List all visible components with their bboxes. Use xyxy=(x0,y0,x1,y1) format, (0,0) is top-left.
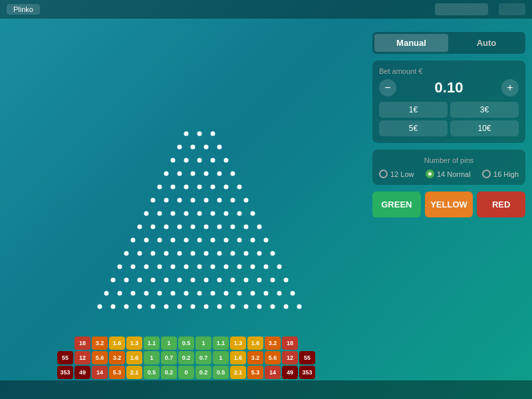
svg-point-67 xyxy=(178,251,182,256)
mult-cell: 1 xyxy=(161,336,177,350)
multiplier-section: 183.21.61.31.110.511.11.31.63.218 55125.… xyxy=(33,336,339,380)
board-area: 183.21.61.31.110.511.11.31.63.218 55125.… xyxy=(7,25,366,380)
svg-point-118 xyxy=(111,305,116,309)
main: 183.21.61.31.110.511.11.31.63.218 55125.… xyxy=(0,19,532,380)
svg-point-43 xyxy=(151,225,156,229)
pins-label: Number of pins xyxy=(379,156,519,164)
tab-manual[interactable]: Manual xyxy=(374,34,448,52)
mult-cell: 2.1 xyxy=(230,366,246,379)
svg-point-50 xyxy=(244,225,249,229)
svg-point-72 xyxy=(244,251,249,256)
svg-point-99 xyxy=(257,278,262,283)
pin-radio-16high xyxy=(482,170,491,178)
svg-point-95 xyxy=(204,278,209,283)
svg-point-17 xyxy=(231,172,235,176)
mult-cell: 18 xyxy=(282,336,298,350)
bet-increase-button[interactable]: + xyxy=(501,79,519,96)
svg-point-115 xyxy=(277,291,282,296)
svg-point-46 xyxy=(191,225,196,229)
mult-cell: 1.6 xyxy=(230,351,246,364)
svg-point-47 xyxy=(204,225,209,229)
quick-bets: 1€ 3€ 5€ 10€ xyxy=(379,102,519,136)
svg-point-32 xyxy=(244,198,249,203)
svg-point-108 xyxy=(184,291,189,296)
bottombar xyxy=(0,380,532,399)
svg-point-20 xyxy=(184,185,189,190)
mult-cell: 1.6 xyxy=(126,351,142,364)
quick-bet-3[interactable]: 5€ xyxy=(379,120,448,136)
svg-point-51 xyxy=(257,225,262,229)
svg-point-107 xyxy=(171,291,176,296)
mult-cell: 5.6 xyxy=(265,351,281,364)
tab-auto[interactable]: Auto xyxy=(450,34,523,52)
svg-point-98 xyxy=(244,278,249,283)
svg-point-23 xyxy=(224,185,229,190)
svg-point-26 xyxy=(164,198,169,203)
svg-point-49 xyxy=(231,225,235,229)
risk-buttons: GREEN YELLOW RED xyxy=(372,192,525,217)
mult-cell: 12 xyxy=(282,351,298,364)
pin-option-12low[interactable]: 12 Low xyxy=(379,170,414,178)
mult-cell: 14 xyxy=(92,366,108,379)
mult-cell: 0 xyxy=(178,366,194,379)
svg-point-123 xyxy=(178,305,182,309)
mode-tabs: Manual Auto xyxy=(372,32,525,54)
svg-point-60 xyxy=(237,238,242,243)
bet-decrease-button[interactable]: − xyxy=(379,79,396,96)
svg-point-128 xyxy=(244,305,249,309)
svg-point-8 xyxy=(184,158,189,163)
quick-bet-1[interactable]: 1€ xyxy=(379,102,448,118)
svg-point-119 xyxy=(124,305,129,309)
svg-point-110 xyxy=(211,291,215,296)
mult-cell: 1 xyxy=(213,351,229,364)
svg-point-80 xyxy=(184,265,189,269)
mult-cell: 55 xyxy=(57,351,73,364)
svg-point-84 xyxy=(237,265,242,269)
svg-point-33 xyxy=(144,211,149,216)
mult-cell: 5.6 xyxy=(92,351,108,364)
pin-option-14normal[interactable]: 14 Normal xyxy=(426,170,471,178)
svg-point-45 xyxy=(178,225,182,229)
svg-point-109 xyxy=(198,291,202,296)
bet-controls: − 0.10 + xyxy=(379,79,519,96)
svg-point-15 xyxy=(204,172,209,176)
risk-red-button[interactable]: RED xyxy=(477,192,525,217)
svg-point-114 xyxy=(264,291,269,296)
svg-point-66 xyxy=(164,251,169,256)
mult-cell: 1.1 xyxy=(213,336,229,350)
topbar-item: Plinko xyxy=(7,4,40,15)
bet-label: Bet amount € xyxy=(379,67,519,75)
plinko-dots xyxy=(47,127,326,333)
mult-cell: 3.2 xyxy=(247,351,263,364)
svg-point-74 xyxy=(271,251,275,256)
app: Plinko xyxy=(0,0,532,399)
risk-green-button[interactable]: GREEN xyxy=(372,192,421,217)
quick-bet-2[interactable]: 3€ xyxy=(450,102,519,118)
quick-bet-4[interactable]: 10€ xyxy=(450,120,519,136)
pin-option-16high[interactable]: 16 High xyxy=(482,170,519,178)
svg-point-90 xyxy=(138,278,142,283)
svg-point-44 xyxy=(164,225,169,229)
svg-point-40 xyxy=(237,211,242,216)
mult-cell: 0.5 xyxy=(178,336,194,350)
right-panel: Manual Auto Bet amount € − 0.10 + 1€ 3€ … xyxy=(372,25,525,380)
svg-point-130 xyxy=(271,305,275,309)
risk-yellow-button[interactable]: YELLOW xyxy=(425,192,473,217)
mult-cell: 49 xyxy=(282,366,298,379)
svg-point-22 xyxy=(211,185,215,190)
svg-point-122 xyxy=(164,305,169,309)
svg-point-13 xyxy=(178,172,182,176)
svg-point-3 xyxy=(178,145,182,150)
svg-point-100 xyxy=(271,278,275,283)
mult-cell: 1.3 xyxy=(230,336,246,350)
svg-point-63 xyxy=(124,251,129,256)
mult-cell: 1.6 xyxy=(109,336,125,350)
svg-point-69 xyxy=(204,251,209,256)
topbar-action[interactable] xyxy=(499,3,525,15)
svg-point-19 xyxy=(171,185,176,190)
mult-cell: 12 xyxy=(74,351,90,364)
mult-cell: 2.1 xyxy=(126,366,142,379)
svg-point-24 xyxy=(237,185,242,190)
svg-point-18 xyxy=(158,185,162,190)
svg-point-42 xyxy=(138,225,142,229)
